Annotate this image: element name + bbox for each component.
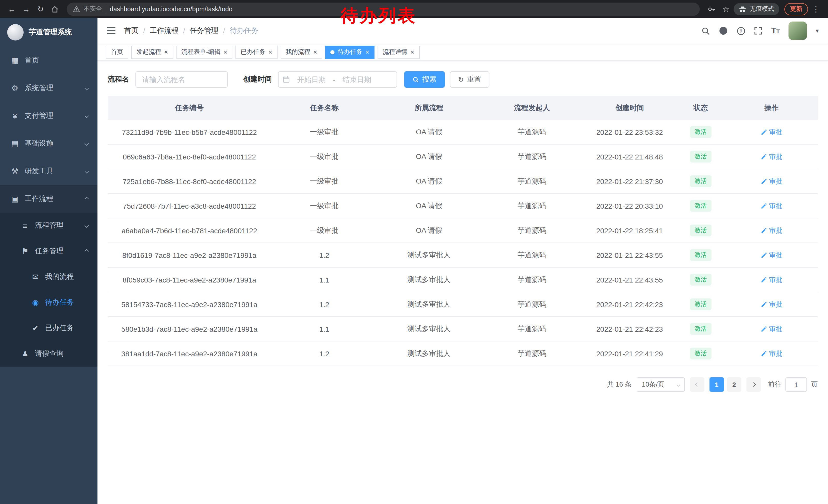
tab-label: 流程表单-编辑 (181, 48, 220, 56)
column-header: 所属流程 (378, 103, 481, 112)
breadcrumb-link[interactable]: 任务管理 (190, 26, 218, 35)
tab[interactable]: 待办任务 × (326, 45, 374, 59)
chevron-down-icon (85, 224, 89, 228)
tab-label: 我的流程 (286, 48, 310, 56)
approve-button[interactable]: 审批 (761, 324, 782, 333)
approve-button[interactable]: 审批 (761, 250, 782, 260)
security-label[interactable]: 不安全 (84, 5, 102, 13)
approve-button[interactable]: 审批 (761, 201, 782, 211)
fullscreen-icon[interactable] (754, 27, 762, 35)
bookmark-star-icon[interactable]: ☆ (719, 2, 733, 16)
tab-close-icon[interactable]: × (164, 49, 168, 55)
incognito-label: 无痕模式 (749, 5, 774, 13)
sidebar-item[interactable]: ✉ 我的流程 (0, 264, 97, 290)
date-range-picker[interactable]: - (278, 71, 397, 88)
sidebar-item[interactable]: ◉ 待办任务 (0, 290, 97, 315)
reset-button[interactable]: ↻ 重置 (450, 71, 489, 88)
approve-button[interactable]: 审批 (761, 275, 782, 284)
reset-icon: ↻ (458, 76, 464, 83)
search-icon[interactable] (702, 27, 710, 35)
cell-initiator: 芋道源码 (481, 152, 583, 161)
cell-task-id: 75d72608-7b7f-11ec-a3c8-acde48001122 (108, 202, 271, 210)
help-icon[interactable]: ? (737, 27, 746, 35)
cell-initiator: 芋道源码 (481, 324, 583, 333)
table-header: 任务编号 任务名称 所属流程 流程发起人 创建时间 状态 操作 (108, 96, 818, 120)
github-icon[interactable] (719, 26, 728, 35)
approve-button[interactable]: 审批 (761, 127, 782, 137)
approve-button[interactable]: 审批 (761, 349, 782, 358)
sidebar-item-icon: ✔ (31, 324, 40, 333)
sidebar-item-workflow[interactable]: ▣ 工作流程 (0, 185, 97, 213)
table-row: 580e1b3d-7ac8-11ec-a9e2-a2380e71991a 1.1… (108, 317, 818, 341)
tab-close-icon[interactable]: × (366, 49, 369, 55)
sidebar-item-icon: ¥ (10, 111, 19, 120)
sidebar-item[interactable]: ⚒ 研发工具 (0, 157, 97, 185)
cell-created-time: 2022-01-22 18:25:41 (584, 226, 676, 235)
sidebar-item[interactable]: ¥ 支付管理 (0, 102, 97, 130)
cell-task-id: 725a1eb6-7b88-11ec-8ef0-acde48001122 (108, 177, 271, 185)
cell-task-id: 580e1b3d-7ac8-11ec-a9e2-a2380e71991a (108, 325, 271, 333)
tab-label: 待办任务 (338, 48, 363, 56)
column-header: 操作 (726, 103, 818, 112)
sidebar-item-label: 研发工具 (25, 167, 53, 176)
tab[interactable]: 流程表单-编辑 × (176, 45, 233, 59)
address-bar[interactable]: 不安全 dashboard.yudao.iocoder.cn/bpm/task/… (67, 2, 700, 16)
edit-pen-icon (761, 227, 767, 234)
chevron-down-icon (85, 169, 89, 174)
approve-button[interactable]: 审批 (761, 300, 782, 309)
update-button[interactable]: 更新 (784, 3, 808, 15)
browser-menu-icon[interactable]: ⋮ (809, 4, 823, 13)
browser-forward-icon[interactable]: → (19, 2, 33, 16)
sidebar-item-label: 待办任务 (45, 298, 74, 307)
sidebar-item[interactable]: ▤ 基础设施 (0, 130, 97, 157)
tab[interactable]: 已办任务 × (236, 45, 277, 59)
tab[interactable]: 发起流程 × (131, 45, 173, 59)
sidebar-item-icon: ▦ (10, 56, 19, 65)
tab-close-icon[interactable]: × (314, 49, 317, 55)
page-number-button[interactable]: 2 (727, 377, 741, 392)
avatar-caret-icon[interactable]: ▾ (816, 27, 819, 34)
sidebar-collapse-icon[interactable] (107, 27, 116, 35)
sidebar-item[interactable]: ✔ 已办任务 (0, 315, 97, 341)
end-date-input[interactable] (337, 75, 376, 84)
incognito-icon (739, 5, 746, 12)
tab-close-icon[interactable]: × (410, 49, 414, 55)
table-body: 73211d9d-7b9b-11ec-b5b7-acde48001122 一级审… (108, 120, 818, 366)
sidebar-item-leave-query[interactable]: ♟ 请假查询 (0, 341, 97, 367)
breadcrumb-link[interactable]: 工作流程 (150, 26, 178, 35)
breadcrumb-link[interactable]: 待办任务 (230, 26, 258, 35)
approve-button[interactable]: 审批 (761, 226, 782, 235)
breadcrumb-link[interactable]: 首页 (124, 26, 138, 35)
sidebar-item-process-management[interactable]: ≡ 流程管理 (0, 213, 97, 238)
tab[interactable]: 流程详情 × (378, 45, 419, 59)
sidebar-item[interactable]: ▦ 首页 (0, 47, 97, 74)
browser-back-icon[interactable]: ← (5, 2, 18, 16)
sidebar-item-task-management[interactable]: ⚑ 任务管理 (0, 238, 97, 264)
next-page-button[interactable] (746, 377, 761, 392)
password-key-icon[interactable] (705, 2, 718, 16)
tab[interactable]: 我的流程 × (281, 45, 322, 59)
approve-button[interactable]: 审批 (761, 177, 782, 186)
search-button[interactable]: 搜索 (404, 71, 445, 88)
browser-reload-icon[interactable]: ↻ (34, 2, 47, 16)
start-date-input[interactable] (292, 75, 331, 84)
table-row: 58154733-7ac8-11ec-a9e2-a2380e71991a 1.2… (108, 292, 818, 317)
tab[interactable]: 首页 (106, 45, 128, 59)
sidebar-item[interactable]: ⚙ 系统管理 (0, 74, 97, 102)
edit-pen-icon (761, 129, 767, 135)
cell-task-name: 一级审批 (271, 226, 378, 235)
font-size-icon[interactable]: TT (771, 26, 780, 35)
workflow-submenu: ≡ 流程管理 ⚑ 任务管理 ✉ 我的流程 (0, 213, 97, 367)
process-name-label: 流程名 (108, 75, 129, 84)
avatar[interactable] (788, 21, 807, 40)
tab-close-icon[interactable]: × (223, 49, 227, 55)
process-name-input[interactable] (135, 71, 228, 88)
page-number-button[interactable]: 1 (709, 377, 724, 392)
page-size-select[interactable]: 10条/页 (637, 377, 685, 392)
approve-button[interactable]: 审批 (761, 152, 782, 161)
tab-close-icon[interactable]: × (268, 49, 272, 55)
goto-page-input[interactable] (785, 377, 807, 392)
prev-page-button[interactable] (690, 377, 704, 392)
browser-home-icon[interactable] (48, 2, 61, 16)
main-area: 首页 / 工作流程 / 任务管理 / (97, 18, 828, 504)
